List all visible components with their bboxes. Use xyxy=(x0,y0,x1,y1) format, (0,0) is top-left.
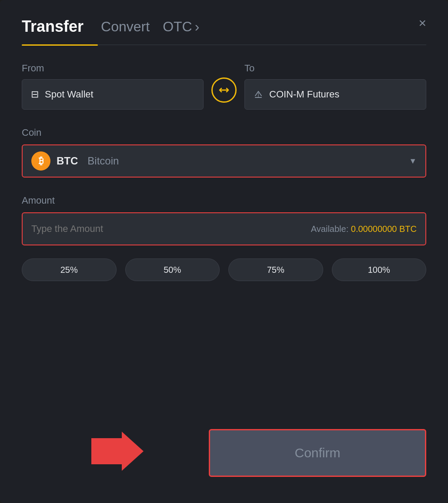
pct-100-button[interactable]: 100% xyxy=(332,258,427,281)
available-value: 0.00000000 BTC xyxy=(351,224,417,234)
percentage-row: 25% 50% 75% 100% xyxy=(22,258,426,281)
coin-selector[interactable]: ₿ BTC Bitcoin ▼ xyxy=(22,144,426,178)
available-display: Available: 0.00000000 BTC xyxy=(311,224,417,234)
amount-input[interactable] xyxy=(31,223,311,235)
bottom-action-area: Confirm xyxy=(22,429,426,477)
btc-logo: ₿ xyxy=(31,151,50,171)
to-wallet-name: COIN-M Futures xyxy=(269,89,339,100)
swap-button-container xyxy=(204,77,244,103)
swap-button[interactable] xyxy=(211,77,237,103)
header-tabs: Transfer Convert OTC › × xyxy=(22,17,426,41)
arrow-indicator xyxy=(91,432,144,473)
to-wallet-group: To COIN-M Futures xyxy=(244,63,426,110)
from-to-section: From ⊟ Spot Wallet To xyxy=(22,63,426,110)
available-label: Available: xyxy=(311,224,348,234)
tab-convert[interactable]: Convert xyxy=(101,19,150,40)
tab-otc[interactable]: OTC › xyxy=(163,19,199,40)
futures-icon xyxy=(254,90,263,99)
confirm-button[interactable]: Confirm xyxy=(209,429,426,477)
coin-chevron-down-icon: ▼ xyxy=(409,157,417,166)
to-label: To xyxy=(244,63,426,74)
wallet-card-icon: ⊟ xyxy=(31,89,39,100)
coin-symbol: BTC xyxy=(57,155,78,167)
swap-icon xyxy=(218,84,230,96)
from-wallet-name: Spot Wallet xyxy=(45,89,94,100)
close-button[interactable]: × xyxy=(418,17,426,30)
amount-label: Amount xyxy=(22,195,426,206)
red-arrow-icon xyxy=(91,432,144,471)
tab-transfer[interactable]: Transfer xyxy=(22,17,84,41)
otc-chevron-icon: › xyxy=(195,19,200,35)
transfer-modal: Transfer Convert OTC › × From ⊟ Spot Wal… xyxy=(0,0,448,503)
pct-75-button[interactable]: 75% xyxy=(228,258,323,281)
coin-label: Coin xyxy=(22,127,426,138)
tab-underline xyxy=(22,44,426,45)
from-wallet-selector[interactable]: ⊟ Spot Wallet xyxy=(22,79,204,110)
from-label: From xyxy=(22,63,204,74)
to-wallet-selector[interactable]: COIN-M Futures xyxy=(244,79,426,110)
active-tab-indicator xyxy=(22,44,98,46)
svg-marker-0 xyxy=(91,432,144,471)
from-wallet-group: From ⊟ Spot Wallet xyxy=(22,63,204,110)
pct-50-button[interactable]: 50% xyxy=(125,258,220,281)
pct-25-button[interactable]: 25% xyxy=(22,258,117,281)
coin-full-name: Bitcoin xyxy=(87,155,119,167)
amount-input-box: Available: 0.00000000 BTC xyxy=(22,212,426,245)
